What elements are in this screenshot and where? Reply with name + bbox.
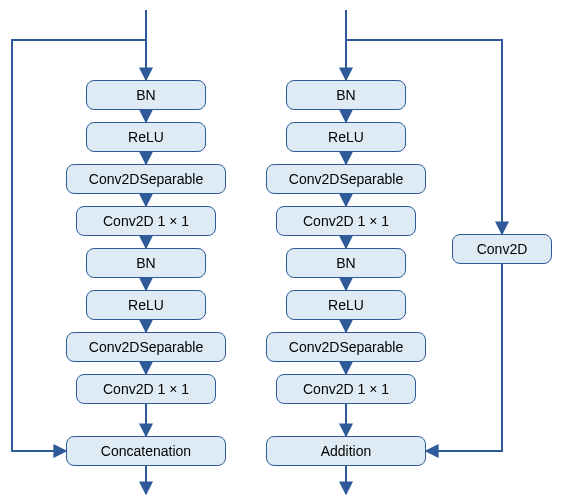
right-merge-box: Addition bbox=[266, 436, 426, 466]
left-block-3: Conv2D 1 × 1 bbox=[76, 206, 216, 236]
right-block-2: Conv2DSeparable bbox=[266, 164, 426, 194]
right-block-5: ReLU bbox=[286, 290, 406, 320]
label: Concatenation bbox=[101, 443, 191, 459]
right-side-conv-box: Conv2D bbox=[452, 234, 552, 264]
label: Conv2D 1 × 1 bbox=[103, 213, 189, 229]
left-block-4: BN bbox=[86, 248, 206, 278]
label: Addition bbox=[321, 443, 372, 459]
label: Conv2DSeparable bbox=[89, 339, 203, 355]
label: Conv2D 1 × 1 bbox=[103, 381, 189, 397]
right-block-3: Conv2D 1 × 1 bbox=[276, 206, 416, 236]
label: BN bbox=[336, 87, 355, 103]
right-block-1: ReLU bbox=[286, 122, 406, 152]
right-block-4: BN bbox=[286, 248, 406, 278]
left-block-7: Conv2D 1 × 1 bbox=[76, 374, 216, 404]
right-block-7: Conv2D 1 × 1 bbox=[276, 374, 416, 404]
label: BN bbox=[136, 255, 155, 271]
label: BN bbox=[336, 255, 355, 271]
label: BN bbox=[136, 87, 155, 103]
right-block-0: BN bbox=[286, 80, 406, 110]
label: Conv2DSeparable bbox=[89, 171, 203, 187]
label: ReLU bbox=[128, 297, 164, 313]
right-block-6: Conv2DSeparable bbox=[266, 332, 426, 362]
label: ReLU bbox=[128, 129, 164, 145]
label: Conv2DSeparable bbox=[289, 171, 403, 187]
left-block-6: Conv2DSeparable bbox=[66, 332, 226, 362]
left-merge-box: Concatenation bbox=[66, 436, 226, 466]
left-block-0: BN bbox=[86, 80, 206, 110]
label: ReLU bbox=[328, 297, 364, 313]
left-block-1: ReLU bbox=[86, 122, 206, 152]
label: Conv2D 1 × 1 bbox=[303, 213, 389, 229]
label: Conv2DSeparable bbox=[289, 339, 403, 355]
label: Conv2D 1 × 1 bbox=[303, 381, 389, 397]
label: Conv2D bbox=[477, 241, 528, 257]
left-block-5: ReLU bbox=[86, 290, 206, 320]
left-block-2: Conv2DSeparable bbox=[66, 164, 226, 194]
label: ReLU bbox=[328, 129, 364, 145]
